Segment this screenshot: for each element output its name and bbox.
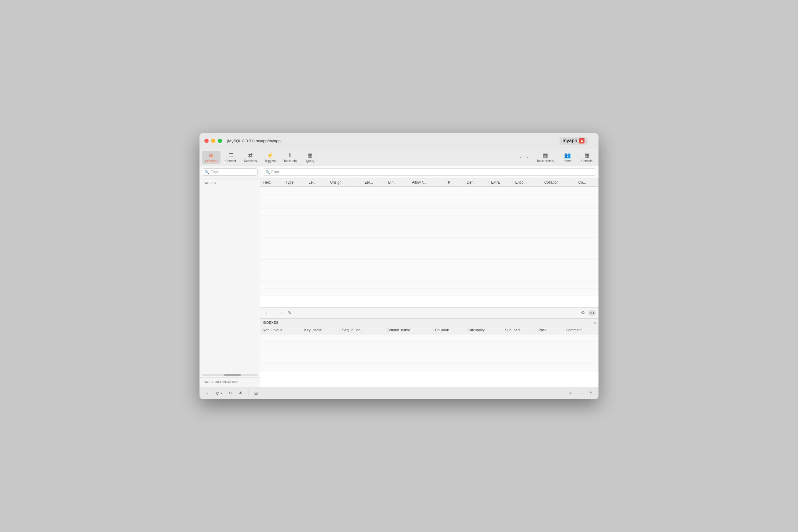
idx-col-collation: Collation (432, 326, 465, 335)
table-row (260, 201, 598, 208)
content-area: 🔍 Field Type Le... Unsign... Zer... Bin. (260, 166, 598, 387)
sidebar-scrollbar-thumb (224, 374, 241, 376)
tab-console[interactable]: ▦ Console (578, 151, 596, 164)
sidebar-search-box[interactable]: 🔍 (202, 168, 258, 176)
content-filter-area: 🔍 (260, 166, 598, 178)
history-nav: ‹ › (518, 153, 530, 161)
tab-triggers[interactable]: ⚡ Triggers (261, 151, 279, 164)
action-button[interactable]: ○ ▾ (588, 310, 596, 316)
table-row (260, 281, 598, 288)
indexes-section: INDEXES ≡ Non_unique Key_name Seq_in_ind… (260, 318, 598, 387)
table-row (260, 363, 598, 370)
action-icon: ○ (590, 311, 592, 315)
indexes-header-row: Non_unique Key_name Seq_in_ind... Column… (260, 326, 598, 335)
sidebar-scrollbar[interactable] (202, 374, 258, 376)
remove-field-button[interactable]: − (271, 309, 277, 316)
sidebar-bottom: TABLE INFORMATION (200, 377, 260, 387)
table-row (260, 208, 598, 215)
col-encoding: Enco... (513, 178, 542, 187)
tab-structure[interactable]: ⊞ Structure (202, 151, 221, 164)
col-collation: Collation (542, 178, 576, 187)
window-title: (MySQL 8.0.31) myapp/myapp (227, 139, 281, 143)
add-table-button[interactable]: + (203, 389, 211, 397)
table-row (260, 252, 598, 259)
table-row (260, 215, 598, 223)
table-row (260, 259, 598, 267)
index-add-button[interactable]: + (566, 389, 574, 397)
content-icon: ☰ (228, 152, 233, 159)
tab-table-info[interactable]: ℹ Table Info (280, 151, 300, 164)
idx-col-key-name: Key_name (302, 326, 340, 335)
indexes-menu-icon: ≡ (594, 321, 596, 324)
structure-icon: ⊞ (209, 152, 214, 159)
sidebar-search-area: 🔍 (200, 166, 260, 178)
sidebar-search-input[interactable] (210, 170, 255, 174)
table-row (260, 267, 598, 274)
table-history-label: Table History (536, 159, 554, 163)
app-window: (MySQL 8.0.31) myapp/myapp myapp ◆ ⊞ Str… (200, 133, 598, 399)
sidebar: 🔍 TABLES TABLE INFORMATION (200, 166, 260, 387)
add-index-button[interactable]: + (279, 309, 285, 316)
col-key: K... (446, 178, 464, 187)
tab-content[interactable]: ☰ Content (222, 151, 240, 164)
col-extra: Extra (489, 178, 513, 187)
main-area: 🔍 TABLES TABLE INFORMATION 🔍 (200, 166, 598, 387)
console-icon: ▦ (584, 152, 590, 159)
index-refresh-button[interactable]: ↻ (587, 389, 595, 397)
table-row (260, 186, 598, 194)
table-row (260, 349, 598, 356)
col-unsigned: Unsign... (328, 178, 362, 187)
traffic-lights (204, 139, 222, 143)
sidebar-content: TABLES (200, 178, 260, 373)
indexes-table: Non_unique Key_name Seq_in_ind... Column… (260, 326, 598, 371)
back-button[interactable]: ‹ (518, 153, 523, 161)
col-field: Field (260, 178, 283, 187)
refresh-button[interactable]: ↻ (226, 389, 234, 397)
table-header-row: Field Type Le... Unsign... Zer... Bin...… (260, 178, 598, 187)
eye-button[interactable]: 👁 (237, 389, 244, 397)
db-name-label: myapp (563, 138, 577, 144)
maximize-button[interactable] (218, 139, 222, 143)
content-search-box[interactable]: 🔍 (263, 168, 596, 176)
refresh-fields-button[interactable]: ↻ (286, 309, 293, 316)
structure-toolbar: + − + ↻ ⚙ ○ ▾ (260, 307, 598, 318)
columns-button[interactable]: ⊞ (252, 389, 260, 397)
col-binary: Bin... (386, 178, 409, 187)
action-chevron: ▾ (593, 311, 594, 315)
tab-relations[interactable]: ⇄ Relations (241, 151, 260, 164)
indexes-table-wrap: Non_unique Key_name Seq_in_ind... Column… (260, 326, 598, 387)
structure-table: Field Type Le... Unsign... Zer... Bin...… (260, 178, 598, 307)
database-selector[interactable]: myapp ◆ (560, 137, 588, 145)
add-field-button[interactable]: + (263, 309, 270, 316)
emoji-icon: ☺ (215, 391, 220, 396)
close-button[interactable] (204, 139, 209, 143)
tab-table-history[interactable]: ▦ Table History (534, 151, 557, 164)
tables-section-title: TABLES (200, 178, 260, 186)
col-length: Le... (306, 178, 328, 187)
forward-button[interactable]: › (525, 153, 530, 161)
idx-col-seq: Seq_in_ind... (340, 326, 384, 335)
idx-col-non-unique: Non_unique (260, 326, 302, 335)
sidebar-search-icon: 🔍 (205, 170, 209, 174)
table-row (260, 288, 598, 296)
structure-label: Structure (205, 159, 218, 163)
table-row (260, 245, 598, 252)
query-icon: ▦ (308, 152, 313, 159)
index-remove-button[interactable]: − (577, 389, 584, 397)
emoji-action-button[interactable]: ☺ ▾ (214, 390, 224, 396)
relations-icon: ⇄ (248, 152, 253, 159)
col-comment: Co... (576, 178, 598, 187)
table-row (260, 334, 598, 341)
content-search-icon: 🔍 (265, 170, 270, 174)
table-history-icon: ▦ (543, 152, 548, 159)
settings-button[interactable]: ⚙ (579, 309, 587, 317)
triggers-label: Triggers (264, 159, 276, 163)
tab-users[interactable]: 👥 Users (558, 151, 577, 164)
console-label: Console (581, 159, 593, 163)
tab-query[interactable]: ▦ Query (301, 151, 319, 164)
emoji-chevron: ▾ (221, 392, 222, 395)
table-row (260, 341, 598, 349)
content-search-input[interactable] (271, 170, 593, 174)
table-row (260, 356, 598, 363)
minimize-button[interactable] (211, 139, 215, 143)
